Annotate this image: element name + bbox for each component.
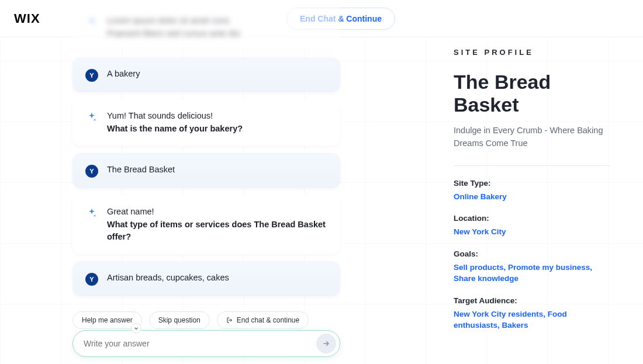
field-label: Goals: xyxy=(454,249,610,258)
sparkle-icon xyxy=(85,111,98,124)
chat-message-ai: Yum! That sounds delicious! What is the … xyxy=(72,99,340,146)
message-text: Great name! xyxy=(107,207,154,216)
site-profile-heading: SITE PROFILE xyxy=(454,48,610,57)
end-chat-chip[interactable]: End chat & continue xyxy=(217,311,309,329)
blur-text: Praesent libero sed cursus ante dui xyxy=(107,29,240,38)
chat-message-ai: Great name! What type of items or servic… xyxy=(72,195,340,254)
field-value[interactable]: Online Bakery xyxy=(454,191,610,203)
chat-message-user: Y Artisan breads, cupcakes, cakes xyxy=(72,261,340,296)
arrow-right-icon xyxy=(322,339,330,348)
divider xyxy=(454,165,610,166)
scroll-down-button[interactable] xyxy=(131,323,141,334)
field-value[interactable]: New York City xyxy=(454,226,610,238)
skip-question-chip[interactable]: Skip question xyxy=(149,311,210,329)
site-tagline: Indulge in Every Crumb - Where Baking Dr… xyxy=(454,124,606,150)
message-text: A bakery xyxy=(107,68,140,81)
field-value[interactable]: New York City residents, Food enthusiast… xyxy=(454,308,610,331)
profile-field-audience: Target Audience: New York City residents… xyxy=(454,296,610,331)
chat-column: Lorem ipsum dolor sit amet cons Praesent… xyxy=(0,37,409,364)
user-avatar: Y xyxy=(85,69,98,82)
site-title: The Bread Basket xyxy=(454,71,610,116)
send-button[interactable] xyxy=(316,334,336,353)
site-profile-panel: SITE PROFILE The Bread Basket Indulge in… xyxy=(409,37,643,364)
chat-input-container xyxy=(72,330,340,357)
field-label: Site Type: xyxy=(454,179,610,188)
field-label: Target Audience: xyxy=(454,296,610,305)
message-question: What is the name of your bakery? xyxy=(107,123,243,136)
sparkle-icon xyxy=(85,16,98,29)
message-text: Yum! That sounds delicious! xyxy=(107,111,213,120)
blur-text: Lorem ipsum dolor sit amet cons xyxy=(107,16,230,25)
message-text: Artisan breads, cupcakes, cakes xyxy=(107,272,229,285)
chat-message-user: Y The Bread Basket xyxy=(72,153,340,188)
message-list: Lorem ipsum dolor sit amet cons Praesent… xyxy=(0,4,340,303)
chat-message-blurred: Lorem ipsum dolor sit amet cons Praesent… xyxy=(72,4,340,51)
sparkle-icon xyxy=(85,207,98,220)
profile-field-site-type: Site Type: Online Bakery xyxy=(454,179,610,203)
quick-action-chips: Help me answer Skip question End chat & … xyxy=(72,311,309,329)
chat-input[interactable] xyxy=(84,339,316,348)
profile-field-goals: Goals: Sell products, Promote my busines… xyxy=(454,249,610,285)
field-label: Location: xyxy=(454,214,610,223)
message-text: The Bread Basket xyxy=(107,164,175,176)
profile-field-location: Location: New York City xyxy=(454,214,610,238)
user-avatar: Y xyxy=(85,165,98,178)
user-avatar: Y xyxy=(85,273,98,286)
chevron-down-icon xyxy=(133,325,139,331)
exit-icon xyxy=(226,317,233,324)
chip-label: End chat & continue xyxy=(237,316,299,324)
field-value[interactable]: Sell products, Promote my business, Shar… xyxy=(454,262,610,285)
message-question: What type of items or services does The … xyxy=(107,219,327,244)
chat-message-user: Y A bakery xyxy=(72,57,340,92)
